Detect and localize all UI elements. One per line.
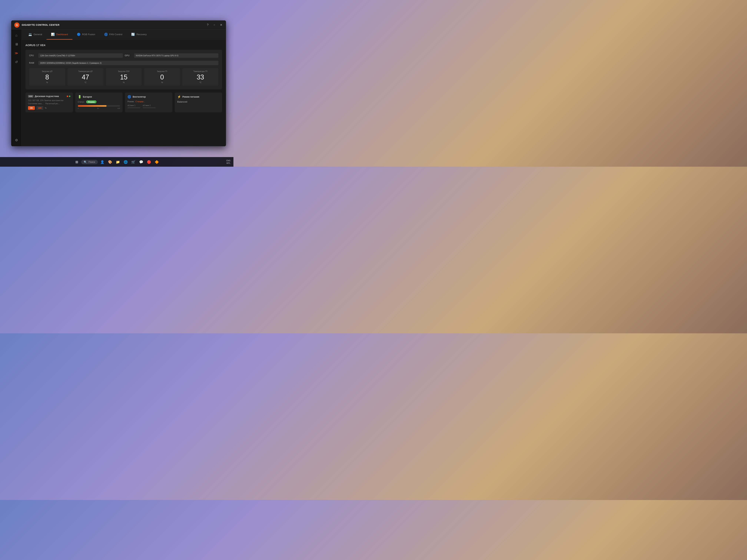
sidebar-item-refresh[interactable]: ↺ <box>13 58 20 66</box>
specs-card: CPU 12th Gen Intel(R) Core(TM) i7-12700H… <box>25 50 222 89</box>
metric-cpu-temp: Температура ЦП 47 °C <box>68 68 104 86</box>
sidebar-item-home[interactable]: ⌂ <box>13 32 20 39</box>
taskbar-app-3[interactable]: 📁 <box>114 159 121 165</box>
ram-label: RAM <box>29 62 36 64</box>
general-icon: 💻 <box>28 33 32 36</box>
tab-general[interactable]: 💻 General <box>24 29 47 39</box>
search-icon: 🔍 <box>84 161 87 163</box>
cpu-label: CPU <box>29 54 36 57</box>
ssd-dot-2 <box>69 96 70 97</box>
power-mode-value: Balanced <box>177 100 220 103</box>
battery-header: 🔋 Батарея <box>78 95 120 99</box>
fan-speed-2: об./мин 2 <box>143 104 156 108</box>
app-window: G GIGABYTE CONTROL CENTER ? − ✕ ⌂ 🖥 ≫ ↺ … <box>11 20 226 146</box>
taskbar-app-4[interactable]: 🌐 <box>122 159 129 165</box>
power-icon: ⚡ <box>177 95 181 99</box>
close-button[interactable]: ✕ <box>219 23 223 27</box>
metric-gpu-temp: Температура ГП 33 °C <box>182 68 218 86</box>
ssd-header: SSD Дисковая подсистема <box>28 95 70 98</box>
tab-rgb-fusion[interactable]: 🔵 RGB Fusion <box>73 29 100 39</box>
fan-mode-label: Режим: <box>127 100 134 103</box>
metric-gpu-load: Загрузка ГП 0 % <box>144 68 180 86</box>
ssd-health-label: Состояние нако... <box>28 103 43 105</box>
battery-status-label: Статус: <box>78 101 85 103</box>
ram-value: DDR4 3200MHz(3200MHz) 32GB (Задействован… <box>38 61 218 65</box>
ssd-title: Дисковая подсистема <box>35 95 59 98</box>
nav-tabs: 💻 General 📊 Dashboard 🔵 RGB Fusion 🌀 FAN… <box>22 29 226 40</box>
battery-status: Статус: Норма <box>78 100 120 103</box>
sidebar-item-display[interactable]: 🖥 <box>13 41 20 48</box>
battery-bar-fill <box>78 105 106 107</box>
metric-cpu-load: Загрузка ЦП 8 % <box>29 68 65 86</box>
taskbar-app-7[interactable]: 🔴 <box>146 159 152 165</box>
app-logo: G <box>14 22 20 28</box>
tab-fan-control[interactable]: 🌀 FAN Control <box>100 29 127 39</box>
search-bar[interactable]: 🔍 Поиск <box>81 160 98 164</box>
taskbar-app-gigabyte[interactable]: 🔶 <box>153 159 160 165</box>
title-bar: G GIGABYTE CONTROL CENTER ? − ✕ <box>11 21 226 29</box>
ssd-ok-badge: OK <box>28 106 35 110</box>
taskbar-app-5[interactable]: 🛒 <box>130 159 137 165</box>
taskbar-sys-tray: ENG INTL <box>226 159 230 165</box>
search-text: Поиск <box>88 161 95 163</box>
battery-card: 🔋 Батарея Статус: Норма 0 <box>75 92 123 112</box>
fan-speed-bar-2 <box>143 107 156 108</box>
fan-mode: Режим: Стандар... <box>127 100 170 103</box>
ssd-badge: SSD <box>28 95 33 98</box>
fan-icon-card: 🌀 <box>127 95 131 99</box>
ssd-resource-value: 100 <box>36 106 43 110</box>
ssd-dot-1 <box>67 96 68 97</box>
ssd-resource-unit: % <box>45 106 47 110</box>
gpu-label: GPU <box>125 54 132 57</box>
fan-icon: 🌀 <box>104 33 108 36</box>
power-title: Режим питания <box>182 96 199 98</box>
ssd-info: 112 / 937 GB, 12% Занятое пространство <box>28 100 70 102</box>
ssd-status-dots <box>67 96 70 97</box>
fan-speed-bar-1 <box>127 107 140 108</box>
content-area: ⌂ 🖥 ≫ ↺ ⚙ 💻 General 📊 Dashboard 🔵 <box>11 29 226 146</box>
ssd-resource-label: Расчетный рес... <box>45 103 60 105</box>
bottom-cards: SSD Дисковая подсистема 112 / 937 GB, 12… <box>25 92 222 112</box>
rgb-icon: 🔵 <box>77 33 81 36</box>
fan-header: 🌀 Вентилятор <box>127 95 170 99</box>
power-card: ⚡ Режим питания Balanced <box>175 92 222 112</box>
device-name: AORUS 17 XE4 <box>25 44 222 47</box>
app-title: GIGABYTE CONTROL CENTER <box>22 24 206 26</box>
power-header: ⚡ Режим питания <box>177 95 220 99</box>
fan-card: 🌀 Вентилятор Режим: Стандар... об./мин 1 <box>125 92 173 112</box>
fan-mode-value[interactable]: Стандар... <box>135 100 145 103</box>
taskbar-app-1[interactable]: 👤 <box>99 159 106 165</box>
ssd-card: SSD Дисковая подсистема 112 / 937 GB, 12… <box>25 92 73 112</box>
battery-icon: 🔋 <box>78 95 81 99</box>
sidebar-item-performance[interactable]: ≫ <box>13 49 20 57</box>
sidebar: ⌂ 🖥 ≫ ↺ ⚙ <box>11 29 22 146</box>
gpu-row: GPU NVIDIA GeForce RTX 3070 Ti Laptop GP… <box>125 53 218 58</box>
taskbar: ⊞ 🔍 Поиск 👤 🎨 📁 🌐 🛒 💬 🔴 🔶 ENG INTL <box>0 157 233 167</box>
battery-bar-track <box>78 105 120 107</box>
fan-title: Вентилятор <box>133 96 146 98</box>
battery-status-value: Норма <box>86 100 96 103</box>
minimize-button[interactable]: − <box>212 23 216 27</box>
specs-grid: CPU 12th Gen Intel(R) Core(TM) i7-12700H… <box>29 53 218 58</box>
cpu-value: 12th Gen Intel(R) Core(TM) i7-12700H <box>38 53 123 58</box>
taskbar-app-2[interactable]: 🎨 <box>107 159 113 165</box>
metrics-grid: Загрузка ЦП 8 % Температура ЦП 47 °C Заг… <box>29 68 218 86</box>
ssd-status-row: OK 100 % <box>28 106 70 110</box>
fan-speeds: об./мин 1 об./мин 2 <box>127 104 170 108</box>
recovery-icon: 🔄 <box>131 33 135 36</box>
battery-title: Батарея <box>83 96 92 98</box>
start-button[interactable]: ⊞ <box>73 159 80 165</box>
sidebar-item-settings[interactable]: ⚙ <box>13 136 20 144</box>
window-controls: ? − ✕ <box>206 23 223 27</box>
help-button[interactable]: ? <box>206 23 209 27</box>
fan-speed-1: об./мин 1 <box>127 104 140 108</box>
battery-bar: 0 50 100 <box>78 105 120 109</box>
tab-dashboard[interactable]: 📊 Dashboard <box>47 29 73 39</box>
metric-ram-load: Загрузка ОЗУ 15 % <box>106 68 142 86</box>
dashboard-icon: 📊 <box>51 33 55 36</box>
gpu-value: NVIDIA GeForce RTX 3070 Ti Laptop GPU 8 … <box>134 53 218 58</box>
cpu-row: CPU 12th Gen Intel(R) Core(TM) i7-12700H <box>29 53 123 58</box>
tab-recovery[interactable]: 🔄 Recovery <box>127 29 151 39</box>
battery-bar-labels: 0 50 100 <box>78 107 120 109</box>
taskbar-app-6[interactable]: 💬 <box>138 159 145 165</box>
